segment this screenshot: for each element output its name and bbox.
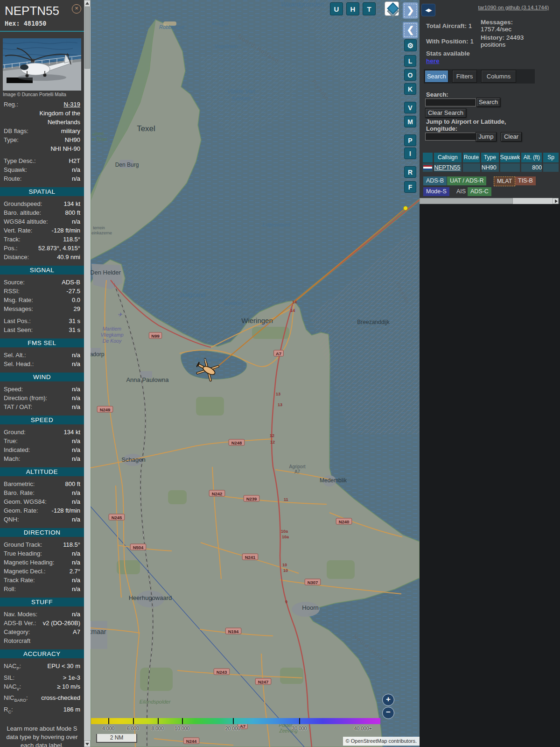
data-label: Messages:: [4, 304, 33, 313]
data-value: n/a: [33, 445, 80, 454]
data-row: Last Pos.:31 s: [0, 317, 84, 325]
source-badge-mlat[interactable]: MLAT: [494, 176, 515, 186]
sidebar-scrollbar[interactable]: [84, 0, 91, 747]
stats-available-text: Stats available: [426, 50, 470, 57]
hscroll-right-button[interactable]: [553, 198, 559, 204]
hotkey-button-v[interactable]: V: [404, 102, 416, 113]
data-label: Barometric:: [4, 479, 35, 488]
data-label: RC:: [4, 705, 13, 717]
github-version-link[interactable]: tar1090 on github (3.14.1744): [478, 5, 549, 10]
hotkey-button-f[interactable]: F: [404, 181, 416, 193]
panel-horizontal-scrollbar[interactable]: [420, 198, 559, 204]
previous-aircraft-button[interactable]: ❮: [403, 22, 418, 38]
table-row[interactable]: NEPTN55NH90800: [423, 163, 560, 172]
data-value: n/a: [23, 454, 80, 463]
zoom-in-button[interactable]: +: [382, 694, 394, 706]
history-label: History:: [481, 34, 504, 41]
data-label: Magnetic Decl.:: [4, 567, 46, 576]
aircraft-photo[interactable]: [3, 38, 81, 91]
jump-button[interactable]: Jump: [476, 132, 497, 141]
motorway-exit-label: 13: [278, 402, 282, 407]
hscroll-thumb[interactable]: [420, 198, 513, 204]
osm-attribution[interactable]: © OpenStreetMap contributors.: [343, 737, 420, 746]
column-header-Route[interactable]: Route: [463, 153, 480, 162]
scrollbar-thumb[interactable]: [84, 7, 90, 69]
flag-stripe: [423, 169, 432, 170]
hotkey-button-h[interactable]: H: [346, 2, 359, 15]
hotkey-button-k[interactable]: K: [404, 83, 416, 95]
layers-button[interactable]: [385, 1, 399, 16]
source-badge-uatadsr[interactable]: UAT / ADS-R: [447, 176, 486, 185]
hotkey-button-r[interactable]: R: [404, 166, 416, 178]
data-value: n/a: [29, 351, 80, 359]
close-icon[interactable]: ×: [72, 4, 81, 14]
jump-label: Jump to Airport or Latitude, Longitude:: [426, 118, 534, 132]
aircraft-callsign-title: NEPTN55: [0, 0, 84, 18]
tar1090-app: × NEPTN55 Hex: 481050: [0, 0, 560, 747]
column-header-Squawk[interactable]: Squawk: [500, 153, 520, 162]
settings-gear-button[interactable]: ⚙: [404, 39, 417, 51]
column-header-Sp[interactable]: Sp: [543, 153, 559, 162]
jump-clear-button[interactable]: Clear: [501, 132, 522, 141]
road-badge-n194: N194: [228, 629, 239, 634]
hotkey-button-p[interactable]: P: [404, 134, 416, 146]
legend-tick: [133, 718, 134, 724]
tab-columns[interactable]: Columns: [481, 70, 516, 83]
section-header-altitude: ALTITUDE: [0, 467, 84, 476]
map-label: Schagen: [121, 456, 145, 463]
map-label: Texel: [137, 124, 155, 133]
hotkey-button-u[interactable]: U: [330, 2, 343, 15]
data-label: Track Rate:: [4, 576, 35, 585]
search-button[interactable]: Search: [476, 98, 500, 107]
data-row: TAT / OAT:n/a: [0, 402, 84, 411]
scroll-up-button[interactable]: [84, 0, 91, 7]
source-badge-ais[interactable]: AIS: [454, 187, 469, 196]
jump-input[interactable]: [425, 133, 476, 141]
data-value: ADS-B: [28, 278, 80, 287]
tab-filters[interactable]: Filters: [452, 70, 477, 83]
section-header-signal: SIGNAL: [0, 266, 84, 275]
data-value: 2.7°: [49, 567, 80, 576]
callsign-link[interactable]: NEPTN55: [434, 164, 460, 171]
hotkey-button-t[interactable]: T: [363, 2, 376, 15]
hotkey-button-l[interactable]: L: [404, 55, 416, 67]
next-aircraft-button[interactable]: ❯: [403, 2, 418, 19]
column-header-Callsign[interactable]: Callsign: [434, 153, 462, 162]
info-label: Route:: [4, 174, 21, 183]
clear-search-button[interactable]: Clear Search: [425, 108, 466, 118]
hotkey-button-i[interactable]: I: [404, 148, 416, 159]
column-header-flag[interactable]: [423, 153, 433, 162]
map-label: Medemblik: [320, 477, 347, 484]
map-canvas[interactable]: N99A7N249N248N242N239N245N240N504N241N30…: [91, 0, 420, 747]
stats-here-link[interactable]: here: [426, 57, 440, 64]
cell-callsign[interactable]: NEPTN55: [434, 163, 462, 172]
map-label: ✈: [118, 311, 123, 318]
panel-collapse-button[interactable]: ◀▶: [421, 4, 435, 16]
section-header-fms-sel: FMS SEL: [0, 338, 84, 347]
column-header-Type[interactable]: Type: [481, 153, 498, 162]
tab-search[interactable]: Search: [425, 70, 448, 83]
registration-link[interactable]: N-319: [21, 100, 80, 109]
data-row: WGS84 altitude:n/a: [0, 217, 84, 226]
data-row: QNH:n/a: [0, 515, 84, 524]
info-row: Type Desc.:H2T: [0, 156, 84, 165]
data-value: n/a: [38, 576, 80, 585]
source-badge-modes[interactable]: Mode-S: [423, 187, 449, 196]
source-badge-tisb[interactable]: TIS-B: [515, 176, 536, 185]
data-value: 31 s: [35, 325, 80, 334]
hotkey-button-m[interactable]: M: [404, 116, 416, 127]
data-label: Last Seen:: [4, 325, 33, 334]
search-input[interactable]: [425, 99, 476, 106]
source-badge-adsb[interactable]: ADS-B: [423, 176, 447, 185]
data-row: Magnetic Decl.:2.7°: [0, 567, 84, 576]
column-header-Alt. (ft)[interactable]: Alt. (ft): [521, 153, 542, 162]
data-label: Last Pos.:: [4, 317, 31, 325]
scroll-down-button[interactable]: [84, 740, 91, 747]
zoom-out-button[interactable]: −: [382, 707, 394, 719]
source-badge-adsc[interactable]: ADS-C: [468, 187, 491, 196]
legend-tick-label: 6 000: [127, 726, 139, 731]
data-label: RSSI:: [4, 287, 20, 296]
hotkey-button-o[interactable]: O: [404, 69, 416, 81]
data-value: -128 ft/min: [41, 506, 80, 515]
data-row: Source:ADS-B: [0, 278, 84, 287]
